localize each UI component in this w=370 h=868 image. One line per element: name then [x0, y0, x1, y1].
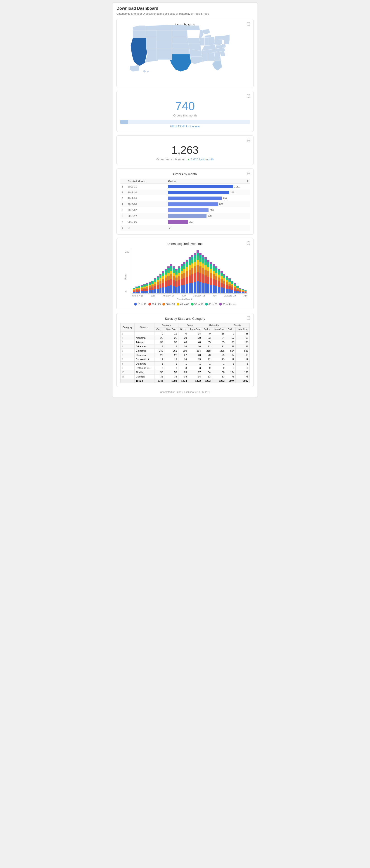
progress-bar-label: 6% of 13444 for the year — [120, 125, 250, 128]
stacked-segment — [189, 257, 191, 259]
maternity-item-cell: 35 — [212, 340, 226, 344]
jeans-item-cell: 40 — [188, 340, 202, 344]
jeans-item-cell: 67 — [188, 370, 202, 374]
stacked-segment — [186, 264, 188, 267]
jeans-item-cell: 15 — [188, 357, 202, 362]
globe-icon-6 — [247, 316, 251, 320]
maternity-ord-cell: 28 — [202, 353, 212, 357]
stacked-segment — [173, 273, 175, 276]
maternity-ord-cell: 13 — [202, 374, 212, 379]
shorts-item-cell: 76 — [236, 374, 250, 379]
stacked-segment — [189, 259, 191, 262]
svg-marker-26 — [203, 29, 210, 34]
stacked-bar-group — [226, 276, 228, 293]
created-month-header: Created Month — [126, 179, 167, 184]
stacked-segment — [199, 282, 202, 293]
stacked-bar-group — [181, 264, 183, 293]
jeans-item-cell: 1 — [188, 362, 202, 366]
row-num: 5 — [120, 207, 126, 213]
legend: 10 to 19 20 to 29 30 to 39 40 to 49 50 t… — [120, 303, 250, 306]
svg-marker-46 — [205, 35, 211, 37]
stacked-bar-group — [245, 290, 247, 293]
legend-color — [162, 303, 165, 306]
stacked-segment — [159, 284, 162, 288]
stacked-segment — [167, 286, 169, 293]
stacked-segment — [220, 273, 223, 274]
jeans-ord-cell: 40 — [178, 340, 188, 344]
users-acquired-card: Users acquired over time Users 250 0 Jan… — [117, 238, 253, 309]
dresses-header: Dresses — [154, 323, 178, 328]
stacked-bar-group — [135, 286, 138, 293]
shorts-item-cell: 19 — [236, 357, 250, 362]
stacked-segment — [191, 274, 194, 283]
progress-bar-container — [120, 120, 250, 124]
maternity-item-cell: 11 — [212, 344, 226, 349]
svg-marker-35 — [212, 61, 222, 70]
stacked-segment — [207, 277, 209, 284]
state-cell: Florida — [134, 370, 154, 374]
stacked-bar-group — [215, 267, 217, 293]
legend-label: 30 to 39 — [166, 303, 175, 306]
row-num: 8 — [121, 362, 134, 366]
order-items-big-number: 1,263 — [120, 144, 250, 156]
stacked-segment — [194, 258, 196, 261]
dresses-item-cell: 59 — [164, 370, 178, 374]
legend-item: 20 to 29 — [148, 303, 161, 306]
bar-value: 679 — [207, 215, 212, 217]
svg-marker-12 — [157, 40, 172, 49]
shorts-ord-cell: 19 — [226, 357, 236, 362]
state-cell: Connecticut — [134, 357, 154, 362]
sales-header-row-1: Category State ↑↓ Dresses Jeans Maternit… — [121, 323, 250, 328]
state-cell: Arkansas — [134, 344, 154, 349]
jeans-item-cell: 20 — [188, 336, 202, 340]
bar-value: 946 — [222, 197, 226, 200]
stacked-segment — [178, 267, 180, 268]
row-num: 2 — [121, 336, 134, 340]
stacked-segment — [194, 253, 196, 255]
stacked-segment — [162, 279, 164, 283]
stacked-segment — [213, 285, 215, 293]
stacked-segment — [202, 257, 204, 260]
dresses-item-cell: 28 — [164, 353, 178, 357]
stacked-segment — [165, 270, 167, 272]
stacked-bar-group — [239, 288, 241, 293]
stacked-segment — [226, 289, 228, 293]
stacked-segment — [165, 272, 167, 275]
chevron-down-icon: ▾ — [247, 180, 248, 183]
dresses-item-cell: 25 — [164, 336, 178, 340]
jeans-ord-cell: 20 — [178, 336, 188, 340]
shorts-item-cell: 60 — [236, 336, 250, 340]
stacked-segment — [218, 278, 220, 282]
sales-table-row: 11 Georgia 31 32 34 34 13 13 75 76 — [121, 374, 250, 379]
svg-marker-14 — [172, 25, 187, 30]
stacked-segment — [210, 262, 212, 264]
month-cell: 2019-08 — [126, 201, 167, 207]
stacked-bar-group — [157, 276, 159, 293]
stacked-segment — [205, 270, 207, 276]
stacked-segment — [199, 267, 202, 273]
maternity-item-cell: 24 — [212, 336, 226, 340]
svg-marker-25 — [196, 30, 204, 38]
stacked-bar-group — [186, 260, 188, 293]
stacked-segment — [231, 290, 234, 293]
stacked-segment — [205, 257, 207, 259]
stacked-segment — [146, 287, 148, 288]
stacked-segment — [196, 260, 199, 265]
svg-marker-18 — [172, 49, 190, 54]
stacked-segment — [173, 270, 175, 273]
row-num: 9 — [121, 366, 134, 370]
dresses-ord-cell: 32 — [154, 340, 164, 344]
stacked-segment — [170, 264, 172, 266]
progress-bar-fill — [120, 120, 128, 124]
stacked-segment — [218, 287, 220, 293]
bar-value: 0 — [169, 226, 170, 229]
stacked-segment — [173, 267, 175, 268]
dresses-item-cell: 32 — [164, 340, 178, 344]
stacked-segment — [175, 281, 178, 286]
stacked-segment — [231, 285, 234, 287]
legend-color — [219, 303, 222, 306]
stacked-segment — [175, 287, 178, 293]
stacked-segment — [223, 284, 225, 288]
stacked-segment — [146, 288, 148, 290]
stacked-segment — [186, 271, 188, 277]
